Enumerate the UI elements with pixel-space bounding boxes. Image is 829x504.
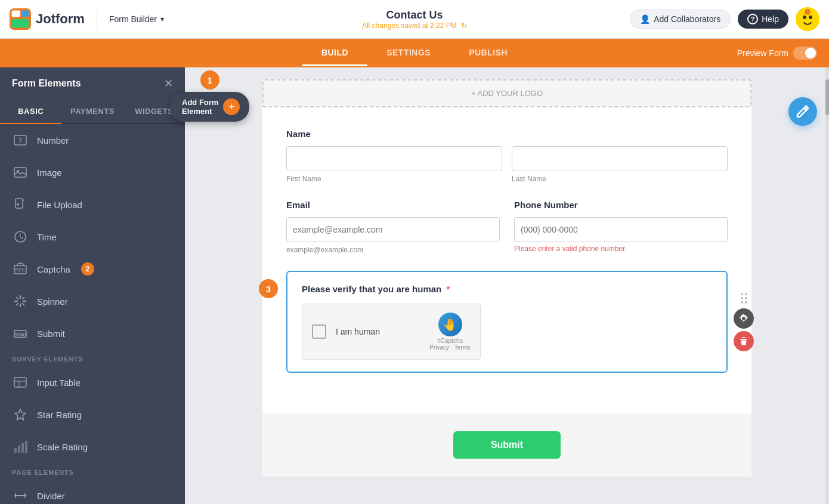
svg-point-5	[803, 16, 806, 19]
sidebar-item-divider-label: Divider	[37, 491, 65, 501]
name-label: Name	[286, 129, 728, 139]
step-3-badge: 3	[259, 279, 278, 298]
drag-handle[interactable]	[734, 293, 754, 304]
sidebar-item-image[interactable]: Image	[0, 156, 185, 188]
header: Jotform Form Builder ▾ Contact Us All ch…	[0, 0, 829, 39]
sidebar-item-star-rating[interactable]: Star Rating	[0, 398, 185, 431]
captcha-checkbox[interactable]	[312, 324, 326, 339]
sidebar-item-file-upload[interactable]: File Upload	[0, 188, 185, 221]
sidebar-item-scale-rating[interactable]: Scale Rating	[0, 431, 185, 463]
header-left: Jotform Form Builder ▾	[10, 8, 164, 30]
avatar-image	[796, 7, 819, 31]
tab-publish[interactable]: PUBLISH	[450, 41, 527, 66]
sidebar-item-divider[interactable]: Divider	[0, 480, 185, 504]
captcha-i-am-human-text: I am human	[336, 327, 420, 336]
header-right: 👤 Add Collaborators ? Help	[630, 7, 819, 31]
add-logo-bar[interactable]: + ADD YOUR LOGO	[262, 79, 751, 107]
preview-toggle-switch[interactable]	[793, 47, 817, 60]
sidebar-item-captcha[interactable]: REC Captcha 2	[0, 253, 185, 285]
add-form-element-button[interactable]: Add FormElement +	[170, 92, 249, 122]
number-icon: 7	[12, 132, 29, 149]
last-name-input[interactable]	[512, 146, 728, 171]
form-builder-label: Form Builder	[109, 14, 157, 24]
help-label: Help	[762, 14, 779, 24]
sidebar-item-submit-label: Submit	[37, 329, 65, 339]
main-layout: Form Elements ✕ BASIC PAYMENTS WIDGETS 7…	[0, 67, 829, 504]
sidebar-item-captcha-label: Captcha	[37, 264, 70, 274]
captcha-settings-button[interactable]	[734, 308, 754, 329]
captcha-brand-name: hCaptcha	[437, 338, 463, 344]
form-bottom: Submit	[262, 413, 751, 477]
svg-point-6	[809, 16, 812, 19]
email-field: Email example@example.com	[286, 200, 500, 254]
preview-form-label: Preview Form	[737, 48, 788, 58]
phone-field: Phone Number Please enter a valid phone …	[514, 200, 728, 254]
captcha-required-star: *	[446, 284, 450, 294]
sidebar-item-spinner[interactable]: Spinner	[0, 285, 185, 317]
sidebar-tab-payments[interactable]: PAYMENTS	[61, 100, 123, 123]
phone-input[interactable]	[514, 217, 728, 242]
tab-build[interactable]: BUILD	[302, 41, 367, 66]
sidebar-item-submit[interactable]: SEND Submit	[0, 317, 185, 350]
svg-rect-18	[14, 378, 26, 387]
captcha-outer: 3 Please verify that you are human * I a…	[286, 271, 728, 373]
scrollbar-thumb[interactable]	[825, 79, 829, 115]
canvas-inner: + ADD YOUR LOGO Name First Name	[239, 67, 775, 504]
svg-rect-10	[14, 168, 26, 177]
edit-fab-button[interactable]	[788, 97, 817, 126]
preview-form-toggle[interactable]: Preview Form	[737, 47, 817, 60]
step-1-badge: 1	[200, 70, 219, 89]
image-icon	[12, 164, 29, 181]
svg-text:REC: REC	[16, 267, 26, 273]
captcha-delete-button[interactable]	[734, 331, 754, 351]
scrollbar-track[interactable]	[825, 67, 829, 504]
file-upload-icon	[12, 196, 29, 213]
sidebar-item-number-label: Number	[37, 135, 69, 146]
form-builder-button[interactable]: Form Builder ▾	[109, 14, 164, 24]
sidebar-tab-basic[interactable]: BASIC	[0, 100, 61, 124]
page-section-label: PAGE ELEMENTS	[0, 463, 185, 480]
email-input[interactable]	[286, 217, 500, 242]
sidebar-item-input-table[interactable]: Input Table	[0, 366, 185, 398]
svg-rect-1	[12, 11, 20, 17]
form-canvas: + ADD YOUR LOGO Name First Name	[185, 67, 829, 504]
help-icon: ?	[747, 14, 758, 24]
help-button[interactable]: ? Help	[738, 10, 788, 29]
header-center: Contact Us All changes saved at 2:22 PM …	[362, 9, 467, 30]
captcha-brand-icon: 🤚	[438, 313, 462, 336]
user-avatar[interactable]	[796, 7, 819, 31]
nav-bar: BUILD SETTINGS PUBLISH Preview Form	[0, 39, 829, 67]
tab-settings[interactable]: SETTINGS	[367, 41, 450, 66]
svg-rect-3	[12, 19, 29, 27]
captcha-widget[interactable]: I am human 🤚 hCaptcha Privacy - Terms	[302, 304, 481, 360]
svg-rect-2	[21, 11, 29, 17]
submit-button[interactable]: Submit	[453, 431, 561, 459]
sidebar-item-time[interactable]: Time	[0, 221, 185, 253]
svg-marker-21	[15, 409, 26, 420]
phone-error-message: Please enter a valid phone number.	[514, 245, 728, 253]
save-status: All changes saved at 2:22 PM ↻	[362, 21, 467, 30]
star-icon	[12, 406, 29, 423]
captcha-logo-area: 🤚 hCaptcha Privacy - Terms	[429, 313, 471, 351]
add-collaborators-button[interactable]: 👤 Add Collaborators	[630, 10, 731, 29]
svg-rect-22	[14, 448, 17, 453]
sidebar-item-image-label: Image	[37, 168, 62, 178]
last-name-label: Last Name	[512, 175, 728, 183]
sidebar-item-time-label: Time	[37, 232, 57, 242]
submit-icon: SEND	[12, 325, 29, 342]
svg-rect-12	[16, 199, 23, 208]
svg-text:SEND: SEND	[14, 333, 26, 337]
captcha-privacy-terms: Privacy - Terms	[429, 344, 471, 351]
first-name-input[interactable]	[286, 146, 502, 171]
survey-section-label: SURVEY ELEMENTS	[0, 350, 185, 366]
header-divider	[97, 10, 97, 28]
nav-tabs: BUILD SETTINGS PUBLISH	[302, 41, 527, 66]
svg-rect-25	[25, 441, 27, 453]
sidebar-item-input-table-label: Input Table	[37, 378, 81, 388]
sidebar-item-star-rating-label: Star Rating	[37, 410, 82, 420]
sidebar-item-number[interactable]: 7 Number	[0, 124, 185, 156]
svg-point-7	[805, 9, 811, 15]
name-row: Name First Name Last Name	[286, 129, 728, 183]
captcha-badge: 2	[81, 262, 94, 276]
divider-icon	[12, 487, 29, 504]
